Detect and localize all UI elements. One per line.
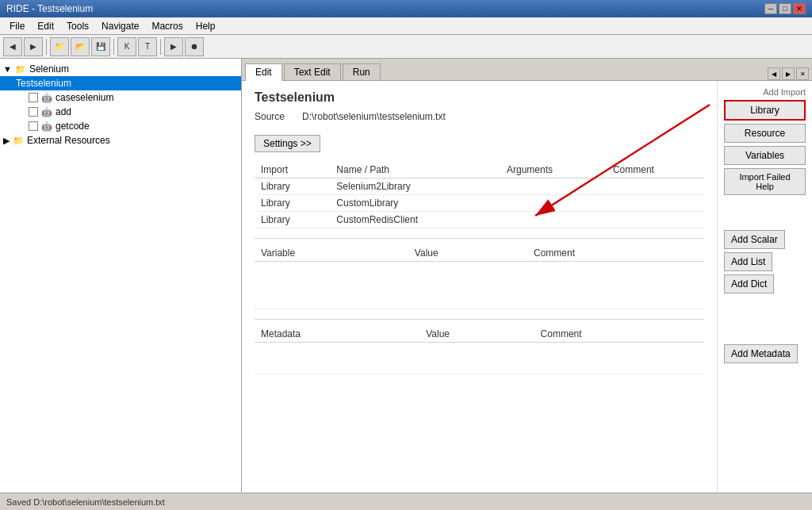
add-scalar-button[interactable]: Add Scalar [724,230,785,249]
menu-macros[interactable]: Macros [145,19,189,33]
k-button[interactable]: K [117,37,136,56]
col-import: Import [255,162,330,178]
import-type-1: Library [255,178,330,195]
tab-run[interactable]: Run [343,63,381,80]
table-row[interactable]: Library Selenium2Library [255,178,704,195]
panel-title: Testselenium [255,90,704,105]
col-metadata: Metadata [255,326,419,343]
sidebar-item-selenium[interactable]: ▼ 📁 Selenium [0,62,241,76]
library-button[interactable]: Library [724,100,806,121]
tab-nav-left[interactable]: ◀ [768,67,780,80]
import-comment-3 [607,212,704,228]
sidebar-item-external-resources[interactable]: ▶ 📁 External Resources [0,133,241,148]
import-comment-1 [607,178,704,195]
variable-buttons-group: Add Scalar Add List Add Dict [724,230,806,297]
record-button[interactable]: ⏺ [185,37,204,56]
tab-nav-close[interactable]: ✕ [796,67,809,80]
right-buttons-panel: Add Import Library Resource Variables Im… [717,81,812,493]
add-dict-button[interactable]: Add Dict [724,274,774,293]
sidebar-label-selenium: Selenium [29,63,69,75]
folder-icon-external: 📁 [13,136,24,146]
window-controls: ─ □ ✕ [764,3,806,14]
separator-2 [113,39,114,55]
run-button[interactable]: ▶ [164,37,183,56]
tab-nav: ◀ ▶ ✕ [768,67,809,80]
maximize-button[interactable]: □ [779,3,791,14]
save-button[interactable]: 💾 [91,37,110,56]
file-icon-add: 🤖 [41,107,52,117]
divider-1 [255,238,704,239]
sidebar-item-getcode[interactable]: 🤖 getcode [0,119,241,133]
divider-2 [255,319,704,320]
file-icon-getcode: 🤖 [41,121,52,132]
import-name-3: CustomRedisClient [330,212,500,228]
sidebar-item-caseselenium[interactable]: 🤖 caseselenium [0,90,241,105]
metadata-empty-cell [255,343,704,374]
t-button[interactable]: T [138,37,157,56]
content-area: Edit Text Edit Run ◀ ▶ ✕ Testselenium So… [242,59,812,493]
open-dir-button[interactable]: 📂 [71,37,90,56]
import-comment-2 [607,195,704,212]
edit-area: Testselenium Source D:\robot\selenium\te… [242,81,812,493]
menu-help[interactable]: Help [190,19,222,33]
import-args-1 [500,178,607,195]
import-failed-button[interactable]: Import Failed Help [724,168,806,195]
menubar: File Edit Tools Navigate Macros Help [0,17,812,35]
add-import-label: Add Import [724,87,806,97]
forward-button[interactable]: ▶ [24,37,43,56]
variable-empty-cell [255,262,704,309]
variables-button[interactable]: Variables [724,146,806,165]
sidebar-item-testselenium[interactable]: Testselenium [0,76,241,90]
add-list-button[interactable]: Add List [724,252,772,271]
titlebar: RIDE - Testselenium ─ □ ✕ [0,0,812,17]
tab-nav-right-btn[interactable]: ▶ [782,67,795,80]
col-comment-meta: Comment [534,326,704,343]
col-value: Value [408,245,527,262]
import-type-2: Library [255,195,330,212]
sidebar-label-testselenium: Testselenium [16,78,71,89]
resource-button[interactable]: Resource [724,124,806,143]
separator-1 [46,39,47,55]
tab-edit[interactable]: Edit [245,63,282,81]
sidebar-label-external-resources: External Resources [27,135,110,146]
sidebar-item-add[interactable]: 🤖 add [0,105,241,119]
import-type-3: Library [255,212,330,228]
back-button[interactable]: ◀ [3,37,22,56]
metadata-empty-row [255,343,704,374]
table-row[interactable]: Library CustomRedisClient [255,212,704,228]
add-metadata-button[interactable]: Add Metadata [724,344,798,363]
expand-icon-external: ▶ [3,136,10,146]
checkbox-add[interactable] [29,107,38,117]
settings-button[interactable]: Settings >> [255,135,320,152]
close-button[interactable]: ✕ [793,3,806,14]
open-button[interactable]: 📁 [50,37,69,56]
statusbar: Saved D:\robot\selenium\testselenium.txt [0,493,812,510]
menu-file[interactable]: File [3,19,31,33]
source-label: Source [255,111,302,122]
metadata-buttons-group: Add Metadata [724,344,806,366]
metadata-table: Metadata Value Comment [255,326,704,374]
col-comment-var: Comment [527,245,704,262]
minimize-button[interactable]: ─ [764,3,777,14]
variable-table: Variable Value Comment [255,245,704,309]
import-name-1: Selenium2Library [330,178,500,195]
checkbox-caseselenium[interactable] [29,93,38,102]
tab-text-edit[interactable]: Text Edit [284,63,341,80]
folder-icon: 📁 [15,64,26,75]
sidebar-label-caseselenium: caseselenium [56,92,113,103]
variable-empty-row [255,262,704,309]
sidebar-label-add: add [56,106,71,117]
table-row[interactable]: Library CustomLibrary [255,195,704,212]
import-table: Import Name / Path Arguments Comment Lib… [255,162,704,228]
source-value: D:\robot\selenium\testselenium.txt [302,111,446,122]
tab-bar: Edit Text Edit Run ◀ ▶ ✕ [242,59,812,81]
menu-navigate[interactable]: Navigate [95,19,145,33]
toolbar: ◀ ▶ 📁 📂 💾 K T ▶ ⏺ [0,35,812,59]
status-text: Saved D:\robot\selenium\testselenium.txt [6,497,165,507]
menu-tools[interactable]: Tools [60,19,95,33]
menu-edit[interactable]: Edit [31,19,60,33]
checkbox-getcode[interactable] [29,121,38,131]
titlebar-title: RIDE - Testselenium [6,3,93,14]
source-row: Source D:\robot\selenium\testselenium.tx… [255,111,704,122]
col-variable: Variable [255,245,408,262]
